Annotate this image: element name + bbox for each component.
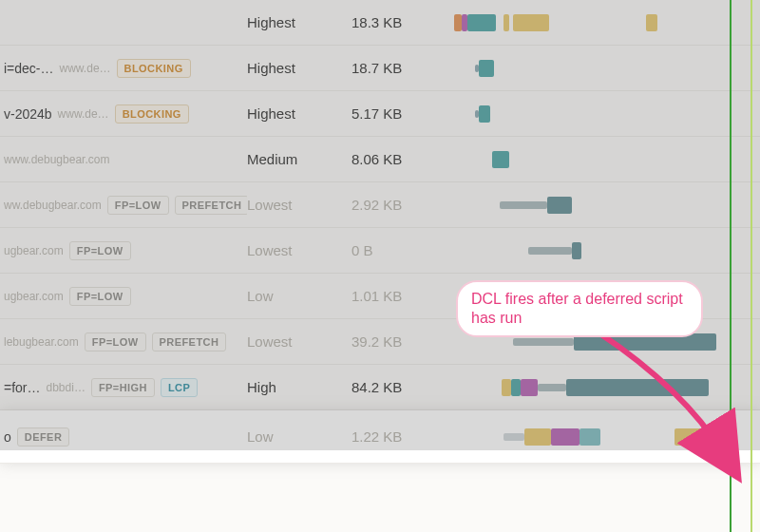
request-row[interactable]: oDEFERLow1.22 KB [0,410,760,464]
request-domain: ww.debugbear.com [4,199,102,212]
timing-segment [504,433,524,441]
timing-segment [674,428,707,446]
timing-segment [547,197,572,214]
request-row[interactable]: ww.debugbear.comFP=LOWPREFETCHLowest2.92… [0,182,760,228]
request-name: i=dec-… [4,61,54,76]
timing-segment [528,293,576,300]
size-cell: 0 B [352,242,446,258]
size-cell: 18.3 KB [352,14,446,30]
request-row[interactable]: ugbear.comFP=LOWLowest0 B [0,228,760,274]
badge-fp-low: FP=LOW [85,332,146,352]
timing-segment [467,14,496,31]
timing-segment [646,14,657,31]
priority-cell: Highest [247,60,352,76]
request-domain: ugbear.com [4,290,64,303]
request-name: =for… [4,380,41,395]
request-row[interactable]: =for…dbbdi…FP=HIGHLCPHigh84.2 KB [0,365,760,410]
timing-segment [454,14,462,31]
size-cell: 8.06 KB [352,151,446,167]
request-name: o [4,429,11,445]
request-name-cell: ugbear.comFP=LOW [0,287,247,306]
request-domain: lebugbear.com [4,335,79,349]
timing-segment [574,333,716,351]
request-name-cell: www.debugbear.com [0,153,247,166]
waterfall-cell[interactable] [446,319,752,364]
timing-segment [528,247,572,255]
badge-defer: DEFER [17,428,69,446]
request-row[interactable]: lebugbear.comFP=LOWPREFETCHLowest39.2 KB [0,319,760,365]
badge-fp-low: FP=LOW [69,241,131,260]
waterfall-cell[interactable] [446,46,752,90]
request-name-cell: =for…dbbdi…FP=HIGHLCP [0,378,247,397]
request-domain: www.de… [58,107,109,121]
size-cell: 1.01 KB [352,288,446,304]
timing-segment [521,379,538,396]
timing-segment [566,379,709,396]
request-row[interactable]: Highest18.3 KB [0,0,760,46]
size-cell: 5.17 KB [352,105,446,122]
priority-cell: Low [247,288,352,304]
timing-segment [479,105,490,123]
size-cell: 1.22 KB [352,428,446,445]
request-row[interactable]: ugbear.comFP=LOWLow1.01 KB [0,274,760,319]
priority-cell: Lowest [247,242,352,258]
badge-lcp: LCP [161,378,198,397]
waterfall-cell[interactable] [446,182,752,227]
request-domain: www.debugbear.com [4,153,109,166]
request-row[interactable]: v-2024bwww.de…BLOCKINGHighest5.17 KB [0,91,760,137]
priority-cell: Highest [247,14,352,30]
request-name-cell: ugbear.comFP=LOW [0,241,247,260]
badge-fp-high: FP=HIGH [91,378,155,397]
request-rows: Highest18.3 KBi=dec-…www.de…BLOCKINGHigh… [0,0,760,464]
priority-cell: Medium [247,151,352,167]
size-cell: 2.92 KB [352,197,446,213]
badge-blocking: BLOCKING [115,104,189,124]
timing-segment [502,379,511,396]
timing-segment [551,428,580,446]
waterfall-cell[interactable] [446,365,752,409]
waterfall-cell[interactable] [446,410,752,463]
request-name-cell: i=dec-…www.de…BLOCKING [0,59,247,78]
request-domain: dbbdi… [47,381,86,394]
priority-cell: Lowest [247,333,352,350]
waterfall-cell[interactable] [446,91,752,136]
request-name-cell: ww.debugbear.comFP=LOWPREFETCH [0,196,247,215]
priority-cell: Lowest [247,197,352,213]
network-waterfall-panel: Highest18.3 KBi=dec-…www.de…BLOCKINGHigh… [0,0,760,532]
timing-segment [572,242,581,259]
request-name-cell: lebugbear.comFP=LOWPREFETCH [0,332,247,352]
timing-segment [479,60,494,77]
priority-cell: Low [247,428,352,445]
size-cell: 39.2 KB [352,333,446,350]
badge-blocking: BLOCKING [117,59,191,78]
waterfall-cell[interactable] [446,228,752,273]
timing-segment [513,338,574,346]
request-row[interactable]: www.debugbear.comMedium8.06 KB [0,137,760,182]
badge-fp-low: FP=LOW [69,287,131,306]
request-domain: www.de… [60,62,111,75]
badge-prefetch: PREFETCH [175,196,247,215]
request-name-cell: oDEFER [0,428,247,446]
request-row[interactable]: i=dec-…www.de…BLOCKINGHighest18.7 KB [0,46,760,91]
request-name: v-2024b [4,106,52,122]
size-cell: 18.7 KB [352,60,446,76]
timing-segment [500,201,547,209]
request-domain: ugbear.com [4,244,64,257]
timing-segment [492,151,509,168]
timing-segment [524,428,551,446]
timing-segment [511,379,521,396]
badge-fp-low: FP=LOW [107,196,169,215]
timing-segment [513,14,549,31]
priority-cell: High [247,379,352,395]
timing-segment [580,428,600,446]
waterfall-cell[interactable] [446,0,752,45]
waterfall-cell[interactable] [446,274,752,318]
priority-cell: Highest [247,105,352,122]
waterfall-cell[interactable] [446,137,752,181]
timing-segment [538,384,566,391]
size-cell: 84.2 KB [352,379,446,395]
timing-segment [504,14,509,31]
badge-prefetch: PREFETCH [152,332,227,352]
request-name-cell: v-2024bwww.de…BLOCKING [0,104,247,124]
timing-segment [576,288,610,305]
